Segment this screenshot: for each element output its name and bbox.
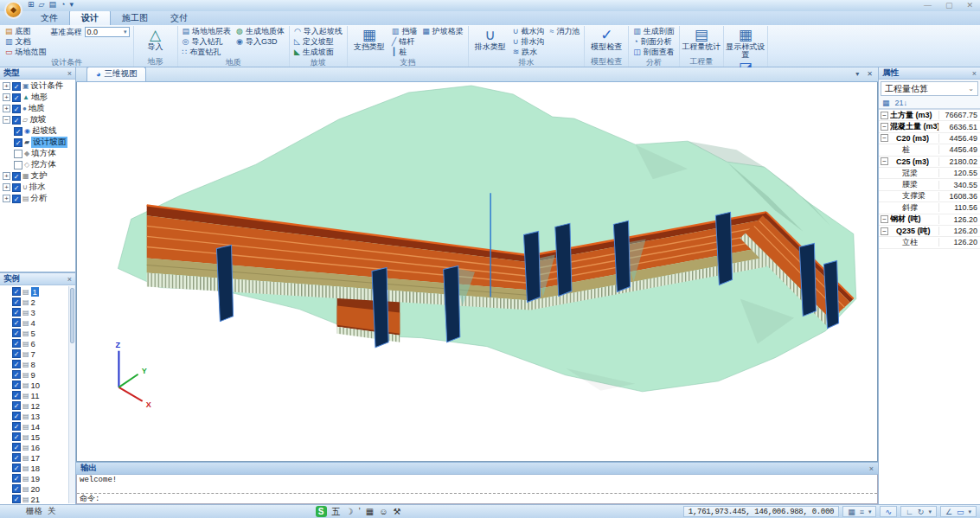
chevron-down-icon[interactable]: ▾ [928,508,932,515]
command-prompt[interactable]: 命令: [77,493,877,503]
tree-item-设计条件[interactable]: +✓▣设计条件 [0,80,75,92]
instance-item-21[interactable]: ✓▤21 [0,494,75,504]
tree-item-放坡[interactable]: −✓▱放坡 [0,114,75,125]
import-slope-line-button[interactable]: ◠导入起坡线 [291,26,345,36]
collapse-icon[interactable]: − [881,112,888,119]
collapse-icon[interactable]: − [881,157,888,165]
expand-icon[interactable]: + [3,172,10,180]
drainage-ditch-button[interactable]: ∪排水沟 [510,36,548,47]
ribbon-tab-交付[interactable]: 交付 [159,10,199,25]
scrollbar-thumb[interactable] [70,288,74,343]
basemap-button[interactable]: ▤底图 [3,26,49,36]
instance-item-13[interactable]: ✓▤13 [0,411,75,421]
visibility-checkbox[interactable]: ✓ [12,172,21,181]
document-button[interactable]: ▥文档 [3,36,49,47]
instance-item-20[interactable]: ✓▤20 [0,483,75,494]
close-button[interactable]: ✕ [966,1,973,10]
expand-icon[interactable]: + [3,183,10,191]
app-logo[interactable]: ❖ [4,1,22,19]
visibility-checkbox[interactable]: ✓ [12,464,21,472]
tree-item-起坡线[interactable]: ✓◉起坡线 [0,125,75,137]
visibility-checkbox[interactable]: ✓ [12,349,21,358]
visibility-checkbox[interactable]: ✓ [12,370,21,379]
collapse-icon[interactable]: − [3,116,10,124]
ime-punct-icon[interactable]: ’ [358,507,360,516]
visibility-checkbox[interactable]: ✓ [12,116,21,125]
3d-viewport[interactable]: Z Y X [76,82,878,462]
visibility-checkbox[interactable]: ✓ [12,339,21,348]
tab-close-icon[interactable]: ✕ [867,70,873,78]
property-row-立柱[interactable]: 立柱126.20 [879,237,980,248]
layer-list-icon[interactable]: ≡ [860,508,864,516]
instance-panel-close-icon[interactable]: × [67,275,72,284]
expand-icon[interactable]: + [3,82,10,90]
pile-button[interactable]: ┃桩 [389,47,420,57]
collapse-icon[interactable]: − [881,227,888,235]
anchor-button[interactable]: ╱锚杆 [389,36,420,47]
instance-item-14[interactable]: ✓▤14 [0,421,75,432]
ribbon-tab-设计[interactable]: 设计 [69,10,111,25]
instance-item-15[interactable]: ✓▤15 [0,432,75,442]
instance-item-2[interactable]: ✓▤2 [0,297,75,307]
sort-descending-icon[interactable]: 21↓ [895,99,908,107]
visibility-checkbox[interactable]: ✓ [12,329,21,337]
visibility-checkbox[interactable]: ✓ [12,308,21,317]
model-check-button[interactable]: ✓模型检查 [586,26,626,51]
chevron-down-icon[interactable]: ▾ [868,508,872,515]
drop-water-button[interactable]: ≋跌水 [510,47,548,57]
open-icon[interactable]: ▱ [39,0,45,9]
visibility-checkbox[interactable]: ✓ [12,297,21,306]
instance-item-18[interactable]: ✓▤18 [0,463,75,473]
collapse-icon[interactable]: − [881,215,888,223]
property-row-冠梁[interactable]: 冠梁120.55 [879,168,980,179]
tree-item-挖方体[interactable]: ◇挖方体 [0,159,75,170]
properties-selector[interactable]: 工程量估算 ⌄ [881,81,978,96]
visibility-checkbox[interactable] [14,150,22,158]
instance-item-9[interactable]: ✓▤9 [0,369,75,380]
type-panel-close-icon[interactable]: × [67,69,72,78]
visibility-checkbox[interactable]: ✓ [14,127,22,136]
display-style-button[interactable]: ▦显示样式设置 [726,26,765,59]
visibility-checkbox[interactable]: ✓ [12,495,21,503]
3d-model-svg[interactable]: Z Y X [77,82,877,461]
ime-logo-icon[interactable]: S [316,506,327,517]
expand-icon[interactable]: + [3,105,10,112]
property-row-斜撑[interactable]: 斜撑110.56 [879,202,980,214]
tab-3d-view[interactable]: ◕ 三维视图 [86,67,146,81]
property-row-桩[interactable]: 桩4456.49 [879,144,980,156]
tree-item-分析[interactable]: +✓▤分析 [0,193,75,204]
collapse-icon[interactable]: − [881,134,888,142]
quantity-stats-button[interactable]: ▤工程量统计 [682,26,721,51]
visibility-checkbox[interactable]: ✓ [12,432,21,441]
ime-lang-icon[interactable]: ☽ [346,507,354,516]
tree-item-支护[interactable]: +✓▦支护 [0,170,75,182]
generate-slope-button[interactable]: ◣生成坡面 [291,47,345,57]
instance-item-6[interactable]: ✓▤6 [0,338,75,349]
property-row-C20 (m3)[interactable]: −C20 (m3)4456.49 [879,133,980,144]
visibility-checkbox[interactable] [14,161,22,169]
instance-item-17[interactable]: ✓▤17 [0,452,75,463]
more-icon[interactable]: ▾ [69,0,74,9]
visibility-checkbox[interactable]: ✓ [12,391,21,400]
collapse-icon[interactable]: − [881,123,888,131]
intercepting-ditch-button[interactable]: ∪截水沟 [510,26,548,36]
tree-item-地质[interactable]: +✓●地质 [0,103,75,114]
save-icon[interactable]: ▤ [48,0,56,9]
ortho-icon[interactable]: ∟ [906,508,913,516]
visibility-checkbox[interactable]: ✓ [12,474,21,483]
import-borehole-button[interactable]: ◎导入钻孔 [180,36,234,47]
retaining-wall-button[interactable]: ▥挡墙 [389,26,420,36]
visibility-checkbox[interactable]: ✓ [12,484,21,493]
strata-table-button[interactable]: ▤场地地层表 [180,26,234,36]
datum-elevation-combo[interactable]: 0.0▾ [85,27,130,37]
instance-item-5[interactable]: ✓▤5 [0,328,75,338]
section-view-button[interactable]: ◫剖面查看 [631,47,677,57]
ribbon-tab-施工图[interactable]: 施工图 [111,10,159,25]
instance-item-8[interactable]: ✓▤8 [0,359,75,369]
tree-item-地形[interactable]: +✓▲地形 [0,92,75,103]
expand-icon[interactable]: + [3,93,10,101]
property-row-Q235 (吨)[interactable]: −Q235 (吨)126.20 [879,226,980,237]
ime-face-icon[interactable]: ☺ [379,507,388,516]
minimize-button[interactable]: — [924,1,932,10]
visibility-checkbox[interactable]: ✓ [12,287,21,296]
